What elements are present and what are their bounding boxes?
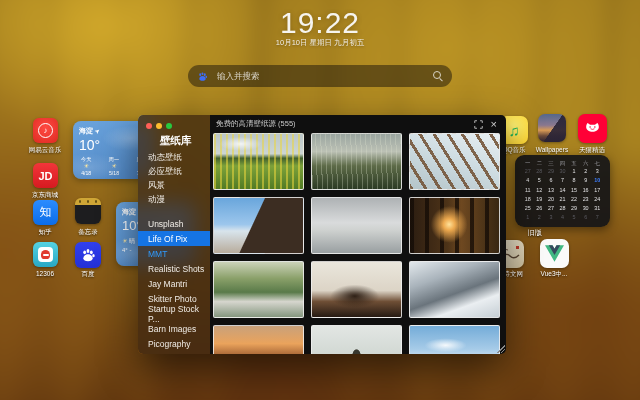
- calendar-day[interactable]: 18: [522, 195, 534, 204]
- location-arrow-icon: ➤: [94, 127, 101, 135]
- calendar-day[interactable]: 2: [534, 213, 546, 222]
- resize-handle[interactable]: [497, 345, 505, 353]
- calendar-weekday: 二: [534, 160, 546, 167]
- sidebar-item-startup-stock-p[interactable]: Startup Stock P...: [138, 306, 210, 321]
- sidebar-item-动态壁纸[interactable]: 动态壁纸: [138, 151, 210, 165]
- calendar-day[interactable]: 5: [568, 213, 580, 222]
- calendar-day[interactable]: 3: [545, 213, 557, 222]
- search-input[interactable]: [215, 70, 433, 82]
- fullscreen-icon[interactable]: [474, 120, 483, 129]
- zhihu-app-icon[interactable]: 知: [33, 200, 58, 225]
- sidebar-item-jay-mantri[interactable]: Jay Mantri: [138, 276, 210, 291]
- sidebar-item-动漫[interactable]: 动漫: [138, 193, 210, 207]
- calendar-day[interactable]: 25: [522, 204, 534, 213]
- wallpaper-thumbnail-sky-clouds[interactable]: [409, 325, 500, 354]
- memo-app-icon[interactable]: [75, 198, 101, 224]
- calendar-weekday: 四: [557, 160, 569, 167]
- calendar-day[interactable]: 26: [534, 204, 546, 213]
- sidebar-item-mmt[interactable]: MMT: [138, 246, 210, 261]
- baidu-label: 百度: [54, 270, 122, 279]
- railway-12306-app-icon[interactable]: [33, 242, 58, 267]
- forecast-column: 周一☀5/18: [109, 156, 119, 176]
- jd-mall-app-icon[interactable]: JD: [33, 163, 58, 188]
- calendar-day[interactable]: 22: [568, 195, 580, 204]
- calendar-day[interactable]: 12: [534, 186, 546, 195]
- calendar-widget-label: 旧版: [515, 228, 555, 238]
- calendar-day[interactable]: 2: [580, 167, 592, 176]
- calendar-day[interactable]: 28: [557, 204, 569, 213]
- sidebar-item-picography[interactable]: Picography: [138, 336, 210, 351]
- calendar-day[interactable]: 31: [591, 204, 603, 213]
- calendar-day[interactable]: 7: [591, 213, 603, 222]
- calendar-day[interactable]: 19: [534, 195, 546, 204]
- calendar-day[interactable]: 1: [522, 213, 534, 222]
- search-bar[interactable]: [188, 65, 452, 87]
- calendar-day[interactable]: 24: [591, 195, 603, 204]
- calendar-day[interactable]: 15: [568, 186, 580, 195]
- sidebar-item-life-of-pix[interactable]: Life Of Pix: [138, 231, 210, 246]
- calendar-day[interactable]: 29: [545, 167, 557, 176]
- maximize-traffic-button[interactable]: [166, 123, 172, 129]
- calendar-day[interactable]: 11: [522, 186, 534, 195]
- wallpaper-thumbnail-grass-field[interactable]: [311, 133, 402, 190]
- wallpaper-thumbnail-mountain-village[interactable]: [213, 261, 304, 318]
- calendar-day[interactable]: 30: [557, 167, 569, 176]
- calendar-widget[interactable]: 一二三四五六七 27282930123456789101112131415161…: [515, 155, 610, 227]
- calendar-day[interactable]: 4: [522, 176, 534, 185]
- calendar-day[interactable]: 6: [545, 176, 557, 185]
- wallpaper-thumbnail-snow-mountains[interactable]: [409, 261, 500, 318]
- baidu-app-icon[interactable]: [75, 242, 101, 268]
- window-title: 免费的高清壁纸源 (555): [216, 119, 296, 129]
- calendar-day[interactable]: 13: [545, 186, 557, 195]
- calendar-day[interactable]: 16: [580, 186, 592, 195]
- wallpaper-thumbnail-water-tower[interactable]: [311, 325, 402, 354]
- forecast-day: 周一: [109, 156, 119, 163]
- calendar-day[interactable]: 28: [534, 167, 546, 176]
- minimize-traffic-button[interactable]: [156, 123, 162, 129]
- calendar-day[interactable]: 17: [591, 186, 603, 195]
- calendar-day[interactable]: 14: [557, 186, 569, 195]
- calendar-day[interactable]: 27: [545, 204, 557, 213]
- vue3-docs-app-icon[interactable]: [540, 239, 569, 268]
- wallpaper-thumbnail-sunset-clouds[interactable]: [213, 325, 304, 354]
- calendar-day[interactable]: 6: [580, 213, 592, 222]
- sun-icon: ☀: [122, 238, 127, 244]
- tmall-app-icon[interactable]: [578, 114, 607, 143]
- netease-music-app-icon[interactable]: ♪: [33, 118, 58, 143]
- wallpaper-thumbnail-sunflower-field[interactable]: [213, 133, 304, 190]
- wallpaper-thumbnail-boardwalk[interactable]: [409, 133, 500, 190]
- sun-icon: ☀: [83, 163, 88, 170]
- close-icon[interactable]: ×: [491, 119, 497, 129]
- calendar-day[interactable]: 1: [568, 167, 580, 176]
- forecast-range: 4/18: [81, 170, 91, 176]
- wallpapers-app-icon[interactable]: [538, 114, 566, 142]
- clock-date: 10月10日 星期日 九月初五: [0, 38, 640, 48]
- sidebar-item-unsplash[interactable]: Unsplash: [138, 216, 210, 231]
- calendar-day[interactable]: 20: [545, 195, 557, 204]
- wallpaper-thumbnail-calm-sea[interactable]: [311, 197, 402, 254]
- sidebar-header-wallpaper-library[interactable]: 壁纸库: [138, 134, 210, 148]
- wallpaper-thumbnail-bridge-sunset[interactable]: [311, 261, 402, 318]
- calendar-day[interactable]: 4: [557, 213, 569, 222]
- calendar-day[interactable]: 23: [580, 195, 592, 204]
- calendar-day[interactable]: 8: [568, 176, 580, 185]
- wallpaper-thumbnail-barn-roof[interactable]: [213, 197, 304, 254]
- sidebar-item-风景[interactable]: 风景: [138, 179, 210, 193]
- calendar-day[interactable]: 3: [591, 167, 603, 176]
- calendar-day[interactable]: 5: [534, 176, 546, 185]
- wallpaper-thumbnail-forest-sun[interactable]: [409, 197, 500, 254]
- calendar-day[interactable]: 21: [557, 195, 569, 204]
- calendar-day[interactable]: 9: [580, 176, 592, 185]
- close-traffic-button[interactable]: [146, 123, 152, 129]
- forecast-column: 今天☀4/18: [81, 156, 91, 176]
- calendar-day[interactable]: 30: [580, 204, 592, 213]
- jd-mall-label: 京东商城: [11, 191, 79, 200]
- calendar-day[interactable]: 7: [557, 176, 569, 185]
- sidebar-item-realistic-shots[interactable]: Realistic Shots: [138, 261, 210, 276]
- calendar-day-today[interactable]: 10: [591, 176, 603, 185]
- calendar-day[interactable]: 27: [522, 167, 534, 176]
- music-note-icon: ♪: [38, 123, 53, 138]
- sidebar-item-必应壁纸[interactable]: 必应壁纸: [138, 165, 210, 179]
- calendar-weekday: 六: [580, 160, 592, 167]
- calendar-day[interactable]: 29: [568, 204, 580, 213]
